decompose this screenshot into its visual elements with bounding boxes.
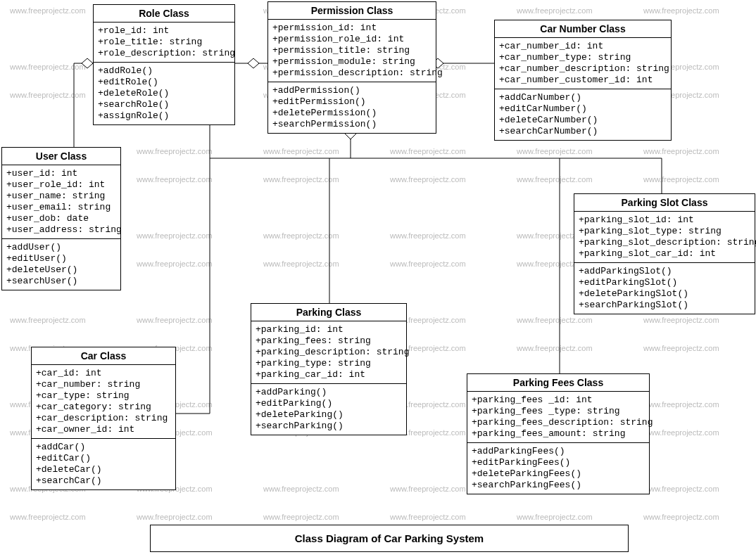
watermark: www.freeprojectz.com [137,260,213,268]
watermark: www.freeprojectz.com [263,231,339,240]
class-carnumber-attrs: +car_number_id: int +car_number_type: st… [495,38,671,89]
watermark: www.freeprojectz.com [10,91,86,99]
watermark: www.freeprojectz.com [10,316,86,324]
watermark: www.freeprojectz.com [517,316,593,324]
class-user-ops: +addUser() +editUser() +deleteUser() +se… [2,239,120,290]
watermark: www.freeprojectz.com [643,400,719,409]
class-parking-ops: +addParking() +editParking() +deletePark… [251,384,406,435]
class-user-title: User Class [2,148,120,165]
watermark: www.freeprojectz.com [137,175,213,184]
class-carnumber: Car Number Class +car_number_id: int +ca… [494,20,672,141]
class-parkingfees: Parking Fees Class +parking_fees _id: in… [467,373,650,494]
watermark: www.freeprojectz.com [137,316,213,324]
class-parking-title: Parking Class [251,304,406,321]
watermark: www.freeprojectz.com [10,6,86,15]
diagram-title-text: Class Diagram of Car Parking System [295,532,484,544]
watermark: www.freeprojectz.com [517,344,593,352]
class-parkingslot-title: Parking Slot Class [574,194,755,212]
watermark: www.freeprojectz.com [643,316,719,324]
watermark: www.freeprojectz.com [137,231,213,240]
watermark: www.freeprojectz.com [643,428,719,437]
class-parkingfees-title: Parking Fees Class [467,374,649,392]
watermark: www.freeprojectz.com [643,485,719,493]
class-role-attrs: +role_id: int +role_title: string +role_… [94,23,234,63]
diagram-title: Class Diagram of Car Parking System [150,525,629,552]
watermark: www.freeprojectz.com [263,147,339,155]
watermark: www.freeprojectz.com [263,175,339,184]
class-parkingslot-ops: +addParkingSlot() +editParkingSlot() +de… [574,263,755,314]
class-user: User Class +user_id: int +user_role_id: … [1,147,121,290]
class-car: Car Class +car_id: int +car_number: stri… [31,347,176,490]
class-car-attrs: +car_id: int +car_number: string +car_ty… [32,365,175,439]
watermark: www.freeprojectz.com [137,147,213,155]
diagram-canvas: www.freeprojectz.comwww.freeprojectz.com… [0,0,756,557]
watermark: www.freeprojectz.com [263,260,339,268]
class-parkingfees-ops: +addParkingFees() +editParkingFees() +de… [467,443,649,494]
watermark: www.freeprojectz.com [390,260,466,268]
class-car-ops: +addCar() +editCar() +deleteCar() +searc… [32,439,175,489]
class-user-attrs: +user_id: int +user_role_id: int +user_n… [2,165,120,239]
watermark: www.freeprojectz.com [137,513,213,521]
watermark: www.freeprojectz.com [10,513,86,521]
watermark: www.freeprojectz.com [10,63,86,71]
class-role: Role Class +role_id: int +role_title: st… [93,4,235,125]
class-carnumber-title: Car Number Class [495,20,671,38]
watermark: www.freeprojectz.com [643,513,719,521]
class-parking-attrs: +parking_id: int +parking_fees: string +… [251,321,406,384]
class-carnumber-ops: +addCarNumber() +editCarNumber() +delete… [495,89,671,140]
class-permission: Permission Class +permission_id: int +pe… [267,1,436,134]
watermark: www.freeprojectz.com [643,175,719,184]
class-car-title: Car Class [32,347,175,365]
class-permission-title: Permission Class [268,2,436,20]
class-parkingfees-attrs: +parking_fees _id: int +parking_fees _ty… [467,392,649,443]
watermark: www.freeprojectz.com [390,147,466,155]
class-permission-ops: +addPermission() +editPermission() +dele… [268,82,436,133]
class-permission-attrs: +permission_id: int +permission_role_id:… [268,20,436,82]
watermark: www.freeprojectz.com [390,231,466,240]
class-role-ops: +addRole() +editRole() +deleteRole() +se… [94,63,234,124]
watermark: www.freeprojectz.com [390,485,466,493]
watermark: www.freeprojectz.com [517,175,593,184]
watermark: www.freeprojectz.com [390,175,466,184]
class-role-title: Role Class [94,5,234,23]
class-parkingslot-attrs: +parking_slot_id: int +parking_slot_type… [574,212,755,263]
class-parking: Parking Class +parking_id: int +parking_… [251,303,407,435]
watermark: www.freeprojectz.com [517,513,593,521]
watermark: www.freeprojectz.com [390,513,466,521]
watermark: www.freeprojectz.com [517,147,593,155]
watermark: www.freeprojectz.com [263,485,339,493]
watermark: www.freeprojectz.com [517,6,593,15]
watermark: www.freeprojectz.com [643,147,719,155]
class-parkingslot: Parking Slot Class +parking_slot_id: int… [574,193,755,314]
watermark: www.freeprojectz.com [643,6,719,15]
watermark: www.freeprojectz.com [263,513,339,521]
watermark: www.freeprojectz.com [643,344,719,352]
